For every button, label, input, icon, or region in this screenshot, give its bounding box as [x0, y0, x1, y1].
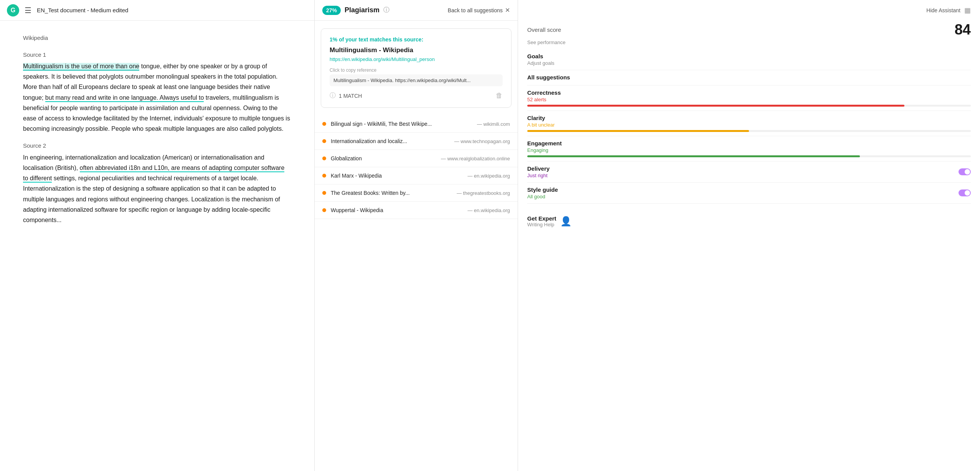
- paragraph2: In engineering, internationalization and…: [23, 152, 291, 225]
- get-expert-sub: Writing Help: [527, 222, 556, 227]
- hide-assistant-button[interactable]: Hide Assistant: [926, 7, 960, 13]
- source-domain: — wikimili.com: [477, 121, 510, 127]
- overall-score-section: Overall score 84: [527, 21, 971, 38]
- correctness-sub: 52 alerts: [527, 97, 971, 102]
- doc-title: EN_Test document - Medium edited: [37, 7, 128, 13]
- source-name: Internationalization and localiz...: [331, 138, 450, 144]
- delivery-sub: Just right: [527, 173, 549, 178]
- match-percent: 1% of your text matches this source:: [330, 36, 503, 43]
- person-icon: 👤: [560, 216, 572, 227]
- source-list-item[interactable]: Internationalization and localiz... — ww…: [315, 133, 518, 150]
- overall-score-label: Overall score: [527, 26, 561, 33]
- right-panel: Hide Assistant ▦ Overall score 84 See pe…: [518, 0, 980, 471]
- clarity-title[interactable]: Clarity: [527, 115, 971, 121]
- delivery-toggle-knob: [965, 169, 970, 175]
- engagement-bar-fill: [527, 155, 860, 157]
- source-dot: [322, 174, 326, 178]
- highlight-multilingualism: Multilingualism is the use of more than …: [23, 63, 139, 71]
- style-guide-title[interactable]: Style guide: [527, 186, 558, 193]
- goals-title: Goals: [527, 53, 971, 59]
- source1-label: Source 1: [23, 50, 291, 60]
- correctness-bar-bg: [527, 105, 971, 107]
- delivery-title[interactable]: Delivery: [527, 165, 549, 172]
- source-list-item[interactable]: The Greatest Books: Written by... — theg…: [315, 184, 518, 202]
- engagement-title[interactable]: Engagement: [527, 140, 971, 147]
- source-domain: — thegreatestbooks.org: [457, 190, 510, 196]
- clarity-bar-row: [527, 130, 971, 132]
- source-list: Bilingual sign - WikiMili, The Best Wiki…: [315, 115, 518, 219]
- editor-area: Wikipedia Source 1 Multilingualism is th…: [0, 21, 314, 471]
- source-name: Bilingual sign - WikiMili, The Best Wiki…: [331, 121, 472, 127]
- left-panel: G ☰ EN_Test document - Medium edited Wik…: [0, 0, 315, 471]
- clarity-bar-fill: [527, 130, 749, 132]
- middle-content: 1% of your text matches this source: Mul…: [315, 21, 518, 471]
- source-list-item[interactable]: Wuppertal - Wikipedia — en.wikipedia.org: [315, 202, 518, 219]
- clarity-bar-bg: [527, 130, 971, 132]
- clarity-section: Clarity A bit unclear: [527, 115, 971, 136]
- style-guide-toggle[interactable]: [959, 189, 971, 196]
- goals-section: Goals Adjust goals: [527, 53, 971, 70]
- source-dot: [322, 208, 326, 212]
- delivery-section: Delivery Just right: [527, 165, 971, 183]
- match-count: ⓘ 1 MATCH: [330, 92, 362, 100]
- all-suggestions-title[interactable]: All suggestions: [527, 74, 971, 81]
- source-list-item[interactable]: Bilingual sign - WikiMili, The Best Wiki…: [315, 115, 518, 133]
- copy-ref-label: Click to copy reference: [330, 68, 503, 73]
- info-icon[interactable]: ⓘ: [383, 6, 389, 14]
- hide-assistant-bar: Hide Assistant ▦: [527, 6, 971, 15]
- highlight-i18n: often abbreviated i18n and L10n, are mea…: [23, 165, 284, 183]
- goals-sub[interactable]: Adjust goals: [527, 60, 971, 66]
- correctness-title[interactable]: Correctness: [527, 89, 971, 96]
- see-performance[interactable]: See performance: [527, 40, 971, 45]
- source-domain: — www.technopagan.org: [454, 138, 510, 144]
- source-domain: — en.wikipedia.org: [467, 173, 510, 179]
- back-to-suggestions[interactable]: Back to all suggestions ✕: [448, 7, 510, 14]
- get-expert-title: Get Expert: [527, 215, 556, 222]
- source-list-item[interactable]: Karl Marx - Wikipedia — en.wikipedia.org: [315, 167, 518, 184]
- close-icon[interactable]: ✕: [505, 7, 510, 14]
- engagement-sub: Engaging: [527, 147, 971, 153]
- wikipedia-label: Wikipedia: [23, 33, 291, 43]
- source-url[interactable]: https://en.wikipedia.org/wiki/Multilingu…: [330, 56, 503, 62]
- source-list-item[interactable]: Globalization — www.realglobalization.on…: [315, 150, 518, 167]
- get-expert-section[interactable]: Get Expert Writing Help 👤: [527, 215, 971, 227]
- grammarly-logo: G: [7, 4, 19, 16]
- source-dot: [322, 139, 326, 143]
- style-guide-toggle-knob: [965, 190, 970, 196]
- delivery-toggle[interactable]: [959, 168, 971, 175]
- correctness-section: Correctness 52 alerts: [527, 89, 971, 111]
- source-dot: [322, 122, 326, 126]
- match-percent-value: 1%: [330, 36, 337, 43]
- engagement-bar-bg: [527, 155, 971, 157]
- source-title: Multilingualism - Wikipedia: [330, 46, 503, 54]
- back-link-text: Back to all suggestions: [448, 7, 503, 13]
- plagiarism-badge: 27%: [322, 6, 341, 15]
- plagiarism-percent: 27%: [326, 7, 337, 13]
- help-icon[interactable]: ⓘ: [330, 92, 336, 100]
- all-suggestions-section: All suggestions: [527, 74, 971, 86]
- delete-icon[interactable]: 🗑: [496, 92, 503, 100]
- correctness-bar-row: [527, 105, 971, 107]
- plagiarism-title: Plagiarism: [345, 6, 379, 14]
- highlight-tongue: but many read and write in one language.…: [45, 94, 204, 102]
- middle-panel: 27% Plagiarism ⓘ Back to all suggestions…: [315, 0, 518, 471]
- correctness-bar-fill: [527, 105, 904, 107]
- source-name: Globalization: [331, 155, 436, 161]
- clarity-sub: A bit unclear: [527, 122, 971, 128]
- paragraph1: Multilingualism is the use of more than …: [23, 61, 291, 134]
- match-count-text: 1 MATCH: [339, 93, 362, 99]
- source-domain: — www.realglobalization.online: [441, 156, 510, 161]
- layout-icon[interactable]: ▦: [964, 6, 971, 15]
- style-guide-sub: All good: [527, 194, 558, 199]
- source-name: Wuppertal - Wikipedia: [331, 207, 463, 213]
- source-card: 1% of your text matches this source: Mul…: [321, 28, 511, 108]
- engagement-section: Engagement Engaging: [527, 140, 971, 161]
- source-dot: [322, 191, 326, 195]
- source-name: The Greatest Books: Written by...: [331, 190, 452, 196]
- match-text: of your text matches this source:: [339, 36, 423, 43]
- hamburger-icon[interactable]: ☰: [25, 6, 31, 15]
- copy-ref-text[interactable]: Multilingualism - Wikipedia. https://en.…: [330, 74, 503, 86]
- match-footer: ⓘ 1 MATCH 🗑: [330, 92, 503, 100]
- score-number: 84: [955, 21, 971, 38]
- source-dot: [322, 156, 326, 160]
